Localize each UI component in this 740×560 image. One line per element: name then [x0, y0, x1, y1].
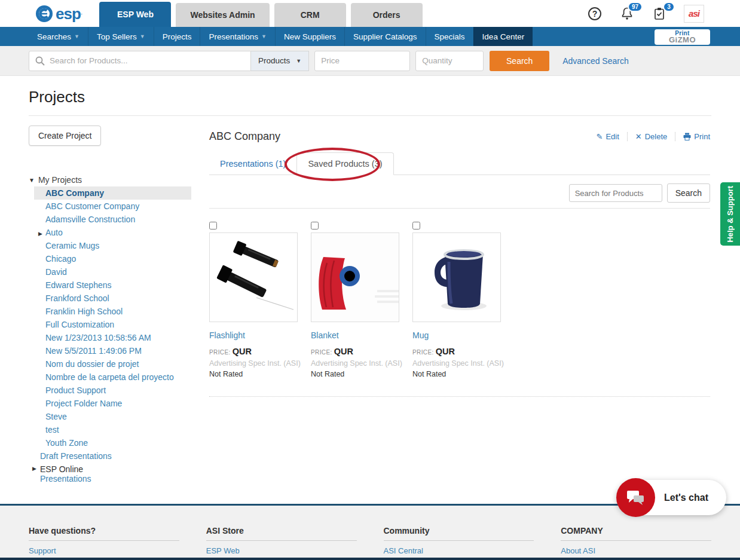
footer-link-support[interactable]: Support — [29, 546, 179, 555]
notifications-button[interactable]: 97 — [619, 6, 635, 22]
tree-item[interactable]: New 1/23/2013 10:58:56 AM — [29, 331, 191, 344]
flashlight-image — [210, 233, 297, 322]
footer-link-about-asi[interactable]: About ASI — [561, 546, 711, 555]
product-select-checkbox[interactable] — [412, 222, 420, 229]
product-price: PRICE:QUR — [412, 346, 501, 357]
product-select-checkbox[interactable] — [209, 222, 217, 229]
x-icon: ✕ — [635, 132, 642, 141]
nav-idea-center[interactable]: Idea Center — [473, 27, 533, 46]
tree-item[interactable]: Nom du dossier de projet — [29, 357, 191, 371]
delete-link[interactable]: ✕Delete — [635, 132, 667, 141]
product-supplier: Advertising Spec Inst. (ASI) — [209, 359, 298, 368]
chevron-down-icon: ▼ — [261, 33, 267, 39]
esp-logo: esp· — [35, 4, 82, 23]
esp-logo-icon — [35, 4, 54, 23]
tree-item[interactable]: Nombre de la carpeta del proyecto — [29, 371, 191, 384]
tree-item-auto[interactable]: ▶Auto — [29, 226, 191, 239]
price-field[interactable] — [314, 51, 410, 71]
chevron-down-icon: ▼ — [74, 33, 79, 39]
asi-logo[interactable]: asi — [684, 5, 704, 23]
tree-item[interactable]: Franklin High School — [29, 305, 191, 318]
product-card-mug: Mug PRICE:QUR Advertising Spec Inst. (AS… — [412, 221, 501, 378]
saved-products-grid: Flashlight PRICE:QUR Advertising Spec In… — [209, 221, 710, 378]
footer-col-company: COMPANY About ASI Press Release — [561, 526, 711, 560]
tree-item[interactable]: Ceramic Mugs — [29, 239, 191, 252]
footer-col-community: Community ASI Central Tim Andrews Blog — [384, 526, 534, 560]
chat-button[interactable]: Let's chat — [616, 480, 726, 515]
quantity-field[interactable] — [415, 51, 484, 71]
tab-websites-admin[interactable]: Websites Admin — [176, 3, 269, 27]
tree-item-esp-online-presentations[interactable]: ▶ ESP Online Presentations — [29, 463, 191, 484]
footer-heading: COMPANY — [561, 526, 711, 535]
tree-item[interactable]: test — [29, 423, 191, 436]
product-image[interactable] — [412, 232, 501, 322]
search-category-dropdown[interactable]: Products ▼ — [251, 51, 309, 71]
product-name-link[interactable]: Blanket — [311, 331, 399, 340]
help-support-tab[interactable]: Help & Support — [720, 182, 740, 246]
product-image[interactable] — [311, 232, 399, 322]
search-icon — [35, 56, 45, 66]
print-link[interactable]: Print — [683, 132, 710, 141]
tab-crm[interactable]: CRM — [274, 3, 346, 27]
search-input[interactable] — [50, 56, 244, 65]
caret-right-icon: ▶ — [32, 466, 36, 472]
tab-saved-products[interactable]: Saved Products (3) — [296, 152, 393, 175]
search-button[interactable]: Search — [490, 51, 549, 71]
mug-image — [413, 233, 500, 322]
footer-col-asi-store: ASI Store ESP Web ESP Orders — [206, 526, 357, 560]
tree-item-abc-company[interactable]: ABC Company — [34, 186, 191, 200]
divider — [29, 540, 179, 541]
product-card-flashlight: Flashlight PRICE:QUR Advertising Spec In… — [209, 221, 298, 378]
nav-supplier-catalogs[interactable]: Supplier Catalogs — [344, 27, 426, 46]
tree-root-my-projects[interactable]: ▼ My Projects — [29, 173, 191, 186]
tree-item[interactable]: ABC Customer Company — [29, 200, 191, 213]
product-price: PRICE:QUR — [209, 346, 298, 357]
footer-heading: Have questions? — [29, 526, 179, 535]
footer-heading: ASI Store — [206, 526, 357, 535]
top-bar: esp· ESP Web Websites Admin CRM Orders ?… — [0, 0, 740, 27]
tree-item[interactable]: Youth Zone — [29, 436, 191, 449]
tree-item[interactable]: Project Folder Name — [29, 397, 191, 410]
tree-item[interactable]: Frankford School — [29, 292, 191, 305]
nav-searches[interactable]: Searches▼ — [29, 27, 88, 46]
product-card-blanket: Blanket PRICE:QUR Advertising Spec Inst.… — [311, 221, 399, 378]
nav-projects[interactable]: Projects — [154, 27, 200, 46]
help-button[interactable]: ? — [587, 6, 603, 22]
saved-products-search-input[interactable] — [569, 184, 662, 202]
tree-item-draft-presentations[interactable]: Draft Presentations — [29, 449, 191, 463]
create-project-button[interactable]: Create Project — [29, 126, 101, 146]
divider — [675, 132, 675, 141]
tasks-button[interactable]: 3 — [652, 6, 667, 22]
product-name-link[interactable]: Flashlight — [209, 331, 298, 340]
product-name-link[interactable]: Mug — [412, 331, 501, 340]
footer-link-esp-web[interactable]: ESP Web — [206, 546, 357, 555]
pencil-icon: ✎ — [596, 132, 603, 141]
tree-item[interactable]: David — [29, 265, 191, 279]
tree-item[interactable]: Adamsville Construction — [29, 213, 191, 226]
tree-item[interactable]: Chicago — [29, 252, 191, 265]
tree-item[interactable]: Edward Stephens — [29, 279, 191, 292]
divider — [384, 540, 534, 541]
tab-esp-web[interactable]: ESP Web — [99, 2, 171, 27]
saved-products-search-button[interactable]: Search — [667, 183, 710, 203]
tree-item[interactable]: Product Support — [29, 384, 191, 397]
tab-presentations[interactable]: Presentations (1) — [209, 153, 296, 175]
nav-new-suppliers[interactable]: New Suppliers — [275, 27, 344, 46]
tree-item[interactable]: New 5/5/2011 1:49:06 PM — [29, 344, 191, 357]
projects-tree: ▼ My Projects ABC Company ABC Customer C… — [29, 173, 191, 484]
nav-top-sellers[interactable]: Top Sellers▼ — [88, 27, 154, 46]
tree-item[interactable]: Steve — [29, 410, 191, 423]
advanced-search-link[interactable]: Advanced Search — [562, 56, 629, 66]
printgizmo-logo[interactable]: Print GiZMO — [655, 29, 710, 45]
product-image[interactable] — [209, 232, 298, 322]
nav-presentations[interactable]: Presentations▼ — [200, 27, 274, 46]
nav-specials[interactable]: Specials — [426, 27, 473, 46]
edit-link[interactable]: ✎Edit — [596, 132, 619, 141]
tasks-badge: 3 — [663, 2, 675, 12]
product-select-checkbox[interactable] — [311, 222, 319, 229]
tree-item[interactable]: Full Customization — [29, 318, 191, 331]
tab-orders[interactable]: Orders — [351, 3, 423, 27]
footer-link-asi-central[interactable]: ASI Central — [384, 546, 534, 555]
bottom-bar — [0, 558, 740, 560]
project-title: ABC Company — [209, 130, 280, 143]
